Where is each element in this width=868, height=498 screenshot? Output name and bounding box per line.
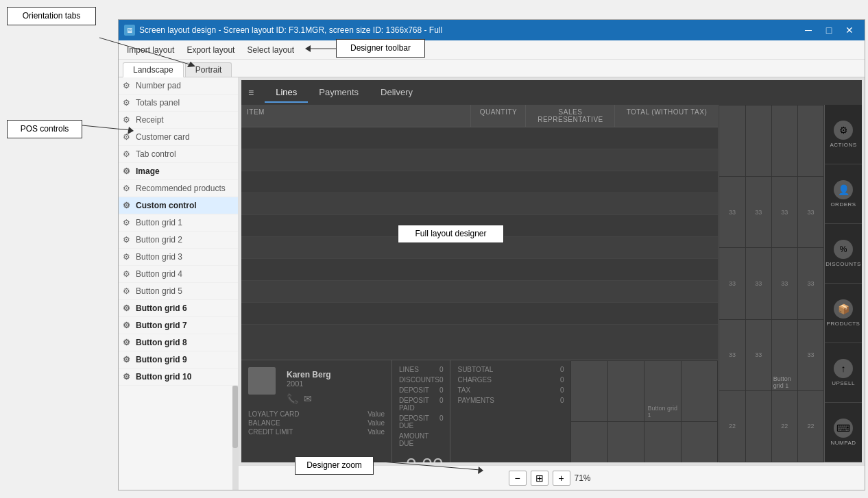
panel-item[interactable]: ⚙Image (119, 163, 238, 180)
br-cell[interactable] (571, 422, 607, 463)
discounts-button[interactable]: % DISCOUNTS (825, 224, 862, 284)
table-row (241, 259, 718, 281)
close-button[interactable]: ✕ (840, 21, 859, 40)
br-cell[interactable] (644, 422, 681, 463)
orders-button[interactable]: 👤 ORDERS (825, 164, 862, 224)
grid-cell[interactable] (746, 391, 771, 462)
panel-item[interactable]: ⚙Button grid 9 (119, 351, 238, 369)
panel-item[interactable]: ⚙Button grid 3 (119, 249, 238, 266)
br-cell-labeled[interactable]: Button grid 1 (644, 361, 681, 421)
panel-item[interactable]: ⚙Recommended products (119, 180, 238, 197)
zoom-in-button[interactable]: + (553, 471, 570, 486)
products-icon: 📦 (834, 299, 853, 319)
panel-item[interactable]: ⚙Button grid 5 (119, 283, 238, 300)
pos-controls-callout: POS controls (7, 120, 82, 138)
numpad-button[interactable]: ⌨ NUMPAD (825, 403, 862, 462)
select-layout-menu[interactable]: Select layout (241, 43, 300, 57)
pos-tab-payments[interactable]: Payments (308, 83, 370, 103)
maximize-button[interactable]: □ (819, 21, 839, 40)
panel-items-list: ⚙Number pad⚙Totals panel⚙Receipt⚙Custome… (119, 77, 238, 386)
loyalty-value: Value (367, 428, 385, 436)
panel-item[interactable]: ⚙Button grid 10 (119, 369, 238, 386)
br-cell[interactable] (608, 361, 644, 421)
upsell-label: UPSELL (832, 380, 855, 386)
pos-tab-delivery[interactable]: Delivery (370, 83, 424, 103)
grid-cell[interactable]: 33 (719, 177, 745, 247)
panel-item[interactable]: ⚙Totals panel (119, 95, 238, 112)
gear-icon: ⚙ (123, 81, 132, 90)
panel-item[interactable]: ⚙Button grid 4 (119, 266, 238, 283)
loyalty-row: CREDIT LIMITValue (248, 427, 385, 436)
grid-cell[interactable]: 33 (798, 320, 823, 390)
bottom-right-grid: Button grid 1 (570, 360, 718, 462)
grid-cell[interactable]: 22 (772, 391, 797, 462)
panel-item[interactable]: ⚙Custom control (119, 197, 238, 214)
gear-icon: ⚙ (123, 166, 132, 176)
email-icon[interactable]: ✉ (304, 393, 312, 404)
panel-item[interactable]: ⚙Button grid 6 (119, 300, 238, 317)
grid-cell[interactable] (746, 105, 771, 176)
panel-item[interactable]: ⚙Button grid 8 (119, 334, 238, 351)
amount-due-row: AMOUNT DUE (399, 431, 443, 449)
br-cell[interactable] (682, 361, 718, 421)
upsell-button[interactable]: ↑ UPSELL (825, 343, 862, 403)
grid-cell[interactable]: 33 (798, 248, 823, 319)
panel-item[interactable]: ⚙Button grid 2 (119, 232, 238, 249)
grid-cell[interactable]: 33 (746, 177, 771, 247)
portrait-tab[interactable]: Portrait (185, 62, 232, 77)
zoom-out-button[interactable]: − (509, 471, 527, 486)
grid-cell[interactable] (772, 105, 797, 176)
panel-item-label: Button grid 7 (136, 321, 187, 330)
table-header: ITEM QUANTITY SALES REPRESENTATIVE TOTAL… (241, 105, 718, 127)
pos-tab-lines[interactable]: Lines (265, 83, 308, 103)
loyalty-row: BALANCEValue (248, 419, 385, 427)
grid-cell[interactable]: 22 (798, 391, 823, 462)
gear-icon: ⚙ (123, 235, 132, 245)
menu-bar: Import layout Export layout Select layou… (119, 40, 865, 60)
grid-cell[interactable]: 33 (719, 320, 745, 390)
actions-button[interactable]: ⚙ ACTIONS (825, 105, 862, 164)
gear-icon: ⚙ (123, 218, 132, 227)
grid-cell[interactable]: 33 (719, 248, 745, 319)
charges-row: CHARGES0 (457, 375, 564, 385)
br-cell[interactable] (571, 361, 607, 421)
title-bar: 🖥 Screen layout design - Screen layout I… (119, 20, 865, 40)
grid-cell[interactable]: 33 (772, 248, 797, 319)
app-icon: 🖥 (124, 25, 135, 36)
panel-item-label: Receipt (136, 115, 164, 125)
panel-item[interactable]: ⚙Receipt (119, 112, 238, 129)
discounts-row: DISCOUNTS0 (399, 375, 443, 385)
minimize-button[interactable]: ─ (799, 21, 818, 40)
grid-cell[interactable]: 33 (772, 177, 797, 247)
customer-panel: Karen Berg 2001 📞 ✉ LOYAL (241, 360, 718, 462)
products-button[interactable]: 📦 PRODUCTS (825, 284, 862, 343)
panel-item[interactable]: ⚙Customer card (119, 129, 238, 146)
panel-item[interactable]: ⚙Button grid 1 (119, 214, 238, 232)
grid-cell[interactable] (798, 105, 823, 176)
zoom-fit-button[interactable]: ⊞ (531, 471, 548, 486)
designer-zoom-callout: Designer zoom (295, 456, 374, 475)
br-cell[interactable] (608, 422, 644, 463)
grid-cell[interactable]: 33 (746, 320, 771, 390)
panel-item[interactable]: ⚙Number pad (119, 77, 238, 95)
grid-cell[interactable]: 22 (719, 391, 745, 462)
grid-cell[interactable]: 33 (798, 177, 823, 247)
designer-canvas[interactable]: ≡ Lines Payments Delivery ITEM (241, 80, 862, 462)
export-layout-menu[interactable]: Export layout (181, 43, 240, 57)
panel-item[interactable]: ⚙Tab control (119, 146, 238, 163)
import-layout-menu[interactable]: Import layout (121, 43, 180, 57)
loyalty-label: LOYALTY CARD (248, 410, 299, 418)
panel-item-label: Custom control (136, 201, 197, 210)
panel-scrollbar[interactable] (232, 386, 238, 490)
grid-cell-labeled[interactable]: Button grid 1 (772, 320, 797, 390)
br-cell[interactable] (682, 422, 718, 463)
landscape-tab[interactable]: Landscape (123, 62, 184, 77)
hamburger-icon[interactable]: ≡ (248, 87, 254, 98)
gear-icon: ⚙ (123, 321, 132, 330)
phone-icon[interactable]: 📞 (287, 393, 298, 404)
panel-item-label: Button grid 4 (136, 269, 182, 279)
panel-item[interactable]: ⚙Button grid 7 (119, 317, 238, 334)
grid-cell[interactable] (719, 105, 745, 176)
grid-cell[interactable]: 33 (746, 248, 771, 319)
discounts-icon: % (834, 240, 853, 259)
